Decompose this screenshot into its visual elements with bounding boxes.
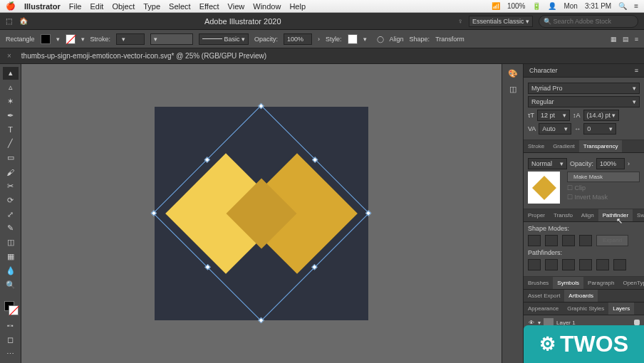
minus-back-button[interactable] <box>613 259 626 270</box>
stroke-weight[interactable]: ▾ <box>116 33 145 45</box>
recolor-icon[interactable]: ◯ <box>377 36 384 43</box>
menu-file[interactable]: File <box>69 2 82 11</box>
artboard[interactable] <box>155 107 368 320</box>
document-tab[interactable]: thumbs-up-sign-emoji-emoticon-vector-ico… <box>21 52 266 60</box>
pen-tool[interactable]: ✒ <box>3 109 19 122</box>
tab-symbols[interactable]: Symbols <box>553 277 583 289</box>
menu-select[interactable]: Select <box>169 2 191 11</box>
type-tool[interactable]: T <box>3 123 19 136</box>
tab-artboards[interactable]: Artboards <box>564 290 598 302</box>
transform-label[interactable]: Transform <box>435 36 464 43</box>
fill-dropdown[interactable]: ▾ <box>56 36 60 43</box>
exclude-button[interactable] <box>579 235 592 246</box>
character-panel-header[interactable]: Character ≡ <box>524 64 644 78</box>
handle-br[interactable] <box>258 317 264 323</box>
direct-selection-tool[interactable]: ▵ <box>3 81 19 94</box>
color-panel-icon[interactable]: 🎨 <box>505 67 521 80</box>
font-style-dropdown[interactable]: Regular▾ <box>528 96 640 107</box>
tab-appearance[interactable]: Appearance <box>524 302 563 315</box>
opacity-input[interactable]: 100% <box>284 33 312 45</box>
tab-paragraph[interactable]: Paragraph <box>583 277 618 289</box>
mac-menubar[interactable]: 🍎 Illustrator File Edit Object Type Sele… <box>0 0 644 13</box>
canvas[interactable] <box>21 64 502 363</box>
align-label[interactable]: Align <box>390 36 404 43</box>
font-family-dropdown[interactable]: Myriad Pro▾ <box>528 83 640 94</box>
gradient-tool[interactable]: ▦ <box>3 251 19 263</box>
selection-tool[interactable]: ▴ <box>3 67 19 80</box>
opacity-chevron[interactable]: › <box>628 160 630 167</box>
menu-view[interactable]: View <box>228 2 245 11</box>
menu-help[interactable]: Help <box>289 2 306 11</box>
wifi-icon[interactable]: 📶 <box>492 2 500 10</box>
arrange-icon[interactable]: ▤ <box>623 36 629 43</box>
magic-wand-tool[interactable]: ✶ <box>3 95 19 108</box>
handle-bm[interactable] <box>204 264 210 270</box>
kerning-input[interactable]: Auto▾ <box>539 123 571 135</box>
tab-transform[interactable]: Transfo <box>549 209 577 221</box>
free-transform-tool[interactable]: ◫ <box>3 236 19 249</box>
isolate-icon[interactable]: ▦ <box>611 36 617 43</box>
help-icon[interactable]: ♀ <box>457 17 463 25</box>
var-width-profile[interactable]: ▾ <box>150 33 193 45</box>
graphic-style-swatch[interactable] <box>348 34 358 44</box>
fill-stroke-swap[interactable] <box>3 300 19 318</box>
tab-properties[interactable]: Proper <box>524 209 549 221</box>
scale-tool[interactable]: ⤢ <box>3 208 19 221</box>
tab-transparency[interactable]: Transparency <box>579 140 623 152</box>
tab-swatches[interactable]: Swatch <box>633 209 644 221</box>
minus-front-button[interactable] <box>545 235 558 246</box>
tab-brushes[interactable]: Brushes <box>524 277 553 289</box>
crop-button[interactable] <box>579 259 592 270</box>
divide-button[interactable] <box>528 259 541 270</box>
font-size-input[interactable]: 12 pt▾ <box>537 110 570 121</box>
rectangle-tool[interactable]: ▭ <box>3 152 19 164</box>
menu-edit[interactable]: Edit <box>90 2 103 11</box>
search-input[interactable]: 🔍 Search Adobe Stock <box>539 15 638 28</box>
workspace-switcher[interactable]: Essentials Classic ▾ <box>469 16 533 27</box>
merge-button[interactable] <box>562 259 575 270</box>
blend-mode-dropdown[interactable]: Normal▾ <box>528 158 567 169</box>
spotlight-icon[interactable]: 🔍 <box>618 2 627 10</box>
handle-tl[interactable] <box>258 103 264 109</box>
leading-input[interactable]: (14.4) pt▾ <box>583 110 619 121</box>
scissors-tool[interactable]: ✂ <box>3 180 19 193</box>
fill-swatch[interactable] <box>41 34 51 44</box>
user-icon[interactable]: 👤 <box>548 2 556 10</box>
handle-mr[interactable] <box>312 264 318 270</box>
menu-type[interactable]: Type <box>143 2 160 11</box>
zoom-tool[interactable]: 🔍 <box>3 278 19 291</box>
stroke-swatch[interactable] <box>66 34 76 44</box>
target-icon[interactable] <box>634 320 640 325</box>
edit-toolbar[interactable]: ⋯ <box>3 347 19 360</box>
trim-button[interactable] <box>545 259 558 270</box>
opacity-chevron[interactable]: › <box>318 36 320 43</box>
panel-menu-icon[interactable]: ≡ <box>635 36 638 43</box>
brush-tool[interactable]: 🖌 <box>3 166 19 179</box>
tab-asset-export[interactable]: Asset Export <box>524 290 564 302</box>
panel-menu-icon[interactable]: ≡ <box>635 67 638 74</box>
tab-align[interactable]: Align <box>577 209 598 221</box>
eyedropper-tool[interactable]: 💧 <box>3 264 19 277</box>
menu-window[interactable]: Window <box>253 2 281 11</box>
tab-graphic-styles[interactable]: Graphic Styles <box>563 302 608 315</box>
library-panel-icon[interactable]: ◫ <box>505 83 521 95</box>
apple-icon[interactable]: 🍎 <box>6 1 16 11</box>
home-icon[interactable]: ⬚ <box>6 17 12 25</box>
cloud-home-icon[interactable]: 🏠 <box>19 17 28 25</box>
screen-mode[interactable]: ◻ <box>3 333 19 346</box>
tab-gradient[interactable]: Gradient <box>549 140 579 152</box>
close-tab-icon[interactable]: × <box>7 52 11 60</box>
tab-pathfinder[interactable]: Pathfinder <box>598 209 633 221</box>
make-mask-button[interactable]: Make Mask <box>567 172 640 182</box>
handle-tm[interactable] <box>312 157 318 162</box>
menu-object[interactable]: Object <box>112 2 135 11</box>
unite-button[interactable] <box>528 235 541 246</box>
stroke-dropdown[interactable]: ▾ <box>81 36 85 43</box>
trans-opacity-input[interactable]: 100% <box>596 158 625 169</box>
shape-label[interactable]: Shape: <box>410 36 430 43</box>
width-tool[interactable]: ✎ <box>3 222 19 235</box>
style-dropdown[interactable]: ▾ <box>363 36 367 43</box>
handle-tr[interactable] <box>365 210 371 216</box>
app-menu[interactable]: Illustrator <box>24 2 61 11</box>
handle-bl[interactable] <box>151 210 157 216</box>
